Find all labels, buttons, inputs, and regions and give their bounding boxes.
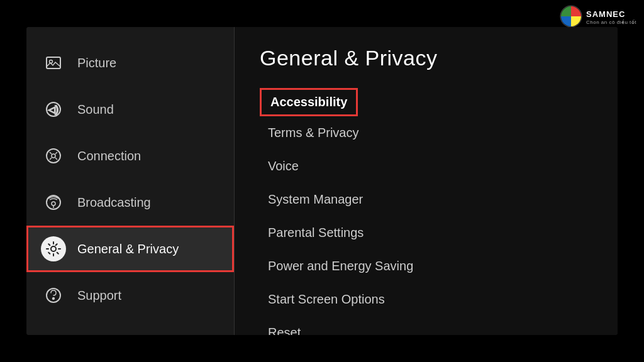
sidebar-label-broadcasting: Broadcasting [77,195,151,210]
menu-item-start-screen[interactable]: Start Screen Options [260,283,393,316]
connection-icon [41,143,66,168]
svg-text:◁): ◁) [48,104,58,114]
menu-item-accessibility[interactable]: Accessibility [260,88,358,116]
menu-items-list: Accessibility Terms & Privacy Voice Syst… [260,88,592,335]
svg-line-8 [55,158,57,160]
main-content: General & Privacy Accessibility Terms & … [235,27,618,335]
sidebar: Picture ◁) Sound [26,27,234,335]
sidebar-item-general[interactable]: General & Privacy [26,226,234,272]
sidebar-label-sound: Sound [77,102,114,117]
svg-point-12 [52,202,55,206]
svg-line-9 [55,152,57,154]
menu-item-terms[interactable]: Terms & Privacy [260,116,367,150]
svg-point-14 [51,246,56,251]
sidebar-item-broadcasting[interactable]: Broadcasting [26,179,234,226]
menu-item-power[interactable]: Power and Energy Saving [260,250,421,283]
svg-line-10 [50,158,52,160]
sidebar-label-support: Support [77,288,121,303]
page-title: General & Privacy [260,46,592,70]
sidebar-item-connection[interactable]: Connection [26,133,234,179]
svg-line-7 [50,152,52,154]
broadcasting-icon [41,190,66,215]
sidebar-item-picture[interactable]: Picture [26,40,234,86]
menu-item-voice[interactable]: Voice [260,150,307,183]
svg-point-6 [52,154,55,158]
logo-tagline: Chon an cô điều tốt [586,19,636,25]
settings-screen: Picture ◁) Sound [26,27,618,335]
logo: SAMNEC Chon an cô điều tốt [560,5,636,28]
svg-point-16 [53,298,54,299]
logo-brand: SAMNEC [586,9,625,19]
settings-icon [41,236,66,261]
sidebar-label-picture: Picture [77,56,116,70]
picture-icon [41,50,66,75]
support-icon [41,283,66,308]
sidebar-label-general: General & Privacy [77,242,179,256]
svg-rect-1 [47,57,60,69]
menu-item-parental[interactable]: Parental Settings [260,216,372,250]
menu-item-reset[interactable]: Reset [260,316,309,335]
sidebar-item-support[interactable]: Support [26,272,234,319]
tv-frame: SAMNEC Chon an cô điều tốt Picture [0,0,644,362]
menu-item-system-manager[interactable]: System Manager [260,183,371,216]
svg-point-5 [47,149,60,163]
logo-icon [560,5,582,28]
sidebar-label-connection: Connection [77,149,141,163]
sidebar-item-sound[interactable]: ◁) Sound [26,86,234,133]
sound-icon: ◁) [41,97,66,122]
